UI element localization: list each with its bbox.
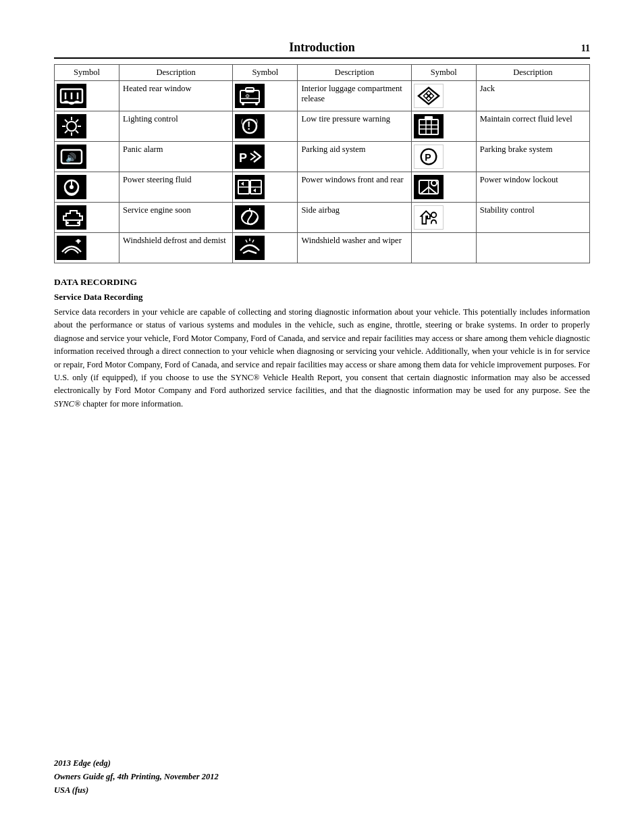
table-row: Heated rear window ⚙ Interior luggage co…	[55, 81, 590, 111]
footer: 2013 Edge (edg) Owners Guide gf, 4th Pri…	[54, 756, 219, 797]
desc-cell-r5c2	[476, 233, 589, 263]
col2-sym-header: Symbol	[233, 65, 298, 81]
footer-line3: USA (fus)	[54, 783, 219, 797]
col3-sym-header: Symbol	[411, 65, 476, 81]
symbol-cell-r5c1	[233, 233, 298, 263]
symbol-cell-r3c2	[411, 172, 476, 203]
symbol-cell-r5c0	[55, 233, 119, 263]
svg-text:P: P	[239, 151, 247, 165]
symbol-cell-r2c0: 🔊	[55, 142, 119, 172]
page-number: 11	[570, 43, 590, 54]
symbol-table: Symbol Description Symbol Description Sy…	[54, 64, 590, 263]
symbol-cell-r5c2	[411, 233, 476, 263]
svg-text:P: P	[425, 152, 431, 163]
symbol-cell-r1c2	[411, 111, 476, 142]
svg-text:): )	[256, 118, 258, 125]
svg-text:🔊: 🔊	[65, 152, 77, 163]
svg-point-47	[70, 185, 74, 189]
col1-sym-header: Symbol	[55, 65, 119, 81]
svg-text:⚙: ⚙	[245, 93, 250, 99]
svg-point-62	[77, 221, 80, 224]
col1-desc-header: Description	[119, 65, 233, 81]
table-row: Lighting control ! ( ) Low tire pressure…	[55, 111, 590, 142]
desc-cell-r1c0: Lighting control	[119, 111, 233, 142]
desc-cell-r3c2: Power window lockout	[476, 172, 589, 203]
desc-cell-r3c0: Power steering fluid	[119, 172, 233, 203]
desc-cell-r0c1: Interior luggage compartment release	[298, 81, 411, 111]
desc-cell-r1c2: Maintain correct fluid level	[476, 111, 589, 142]
symbol-cell-r3c0	[55, 172, 119, 203]
desc-cell-r2c1: Parking aid system	[298, 142, 411, 172]
symbol-cell-r0c1: ⚙	[233, 81, 298, 111]
symbol-cell-r1c1: ! ( )	[233, 111, 298, 142]
desc-cell-r3c1: Power windows front and rear	[298, 172, 411, 203]
symbol-cell-r2c2: P	[411, 142, 476, 172]
data-recording-section: DATA RECORDING Service Data Recording Se…	[54, 277, 590, 411]
svg-point-8	[242, 103, 244, 105]
table-row: 🔊 Panic alarm P Parking aid system P Par…	[55, 142, 590, 172]
col2-desc-header: Description	[298, 65, 411, 81]
table-row: Service engine soon Side airbag Stabilit…	[55, 203, 590, 233]
svg-point-61	[66, 221, 69, 224]
svg-rect-36	[425, 116, 433, 120]
desc-cell-r2c0: Panic alarm	[119, 142, 233, 172]
symbol-cell-r4c2	[411, 203, 476, 233]
symbol-cell-r0c2	[411, 81, 476, 111]
desc-cell-r0c2: Jack	[476, 81, 589, 111]
svg-text:!: !	[247, 120, 250, 132]
svg-point-9	[255, 103, 258, 105]
desc-cell-r5c0: Windshield defrost and demist	[119, 233, 233, 263]
desc-cell-r1c1: Low tire pressure warning	[298, 111, 411, 142]
table-header-row: Symbol Description Symbol Description Sy…	[55, 65, 590, 81]
desc-cell-r4c0: Service engine soon	[119, 203, 233, 233]
svg-text:(: (	[241, 118, 243, 125]
service-data-body: Service data recorders in your vehicle a…	[54, 306, 590, 411]
symbol-cell-r4c0	[55, 203, 119, 233]
col3-desc-header: Description	[476, 65, 589, 81]
footer-line2: Owners Guide gf, 4th Printing, November …	[54, 770, 219, 783]
desc-cell-r2c2: Parking brake system	[476, 142, 589, 172]
table-row: Power steering fluid Power windows front…	[55, 172, 590, 203]
svg-rect-66	[414, 206, 443, 229]
desc-cell-r4c2: Stability control	[476, 203, 589, 233]
desc-cell-r4c1: Side airbag	[298, 203, 411, 233]
symbol-cell-r1c0	[55, 111, 119, 142]
desc-cell-r0c0: Heated rear window	[119, 81, 233, 111]
svg-rect-68	[57, 236, 86, 260]
page-header: Introduction 11	[54, 41, 590, 59]
data-recording-heading: DATA RECORDING	[54, 277, 590, 288]
symbol-cell-r3c1	[233, 172, 298, 203]
footer-line1: 2013 Edge (edg)	[54, 756, 219, 770]
page-title: Introduction	[74, 41, 570, 55]
table-row: Windshield defrost and demist Windshield…	[55, 233, 590, 263]
service-data-sub-heading: Service Data Recording	[54, 292, 590, 303]
symbol-cell-r2c1: P	[233, 142, 298, 172]
symbol-cell-r0c0	[55, 81, 119, 111]
desc-cell-r5c1: Windshield washer and wiper	[298, 233, 411, 263]
symbol-cell-r4c1	[233, 203, 298, 233]
